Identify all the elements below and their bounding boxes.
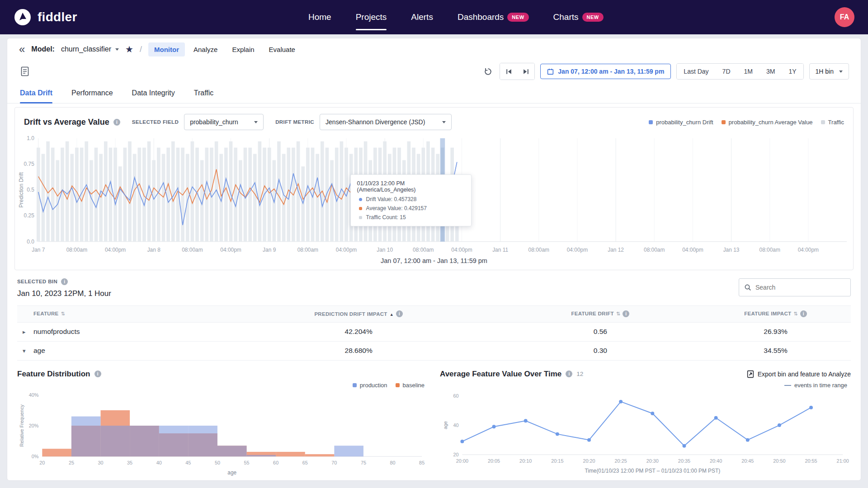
- legend-swatch: [649, 120, 653, 124]
- tab-data-integrity[interactable]: Data Integrity: [132, 83, 175, 103]
- column-header-feature[interactable]: FEATURE: [33, 311, 217, 317]
- preset-last-day[interactable]: Last Day: [677, 64, 715, 79]
- feature-row-age[interactable]: age28.680%0.3034.55%: [17, 342, 851, 361]
- feature-impact-value: 26.93%: [700, 328, 851, 336]
- svg-text:65: 65: [302, 460, 308, 465]
- info-icon[interactable]: [61, 278, 68, 285]
- svg-text:85: 85: [419, 460, 425, 465]
- model-tab-explain[interactable]: Explain: [226, 42, 260, 56]
- svg-text:Jan 12: Jan 12: [608, 247, 624, 253]
- feature-row-numofproducts[interactable]: numofproducts42.204%0.5626.93%: [17, 323, 851, 342]
- bin-size-select[interactable]: 1H bin: [809, 63, 849, 80]
- search-input[interactable]: [755, 284, 845, 291]
- drift-card-header: Drift vs Average Value SELECTED FIELD pr…: [15, 108, 853, 135]
- svg-text:20:55: 20:55: [805, 458, 817, 464]
- report-document-icon[interactable]: [19, 65, 31, 78]
- column-header-prediction-drift-impact[interactable]: PREDICTION DRIFT IMPACT: [217, 310, 500, 317]
- legend-item-probability-churn-average-value[interactable]: probability_churn Average Value: [722, 119, 813, 126]
- preset-1m[interactable]: 1M: [737, 64, 760, 79]
- info-icon[interactable]: [396, 310, 403, 317]
- next-bin-button[interactable]: [517, 63, 534, 80]
- model-tab-analyze[interactable]: Analyze: [188, 42, 223, 56]
- svg-text:0.0: 0.0: [27, 239, 34, 245]
- expand-row-icon[interactable]: [17, 328, 33, 335]
- svg-text:20: 20: [39, 460, 45, 465]
- legend-item-traffic[interactable]: Traffic: [821, 119, 844, 126]
- legend-swatch: [722, 120, 726, 124]
- avg-feature-value-svg[interactable]: 20406020:0020:0520:1020:1520:2020:2520:3…: [440, 389, 851, 477]
- selected-bin-value: Jan 10, 2023 12PM, 1 Hour: [17, 289, 111, 298]
- svg-text:20:50: 20:50: [773, 458, 785, 464]
- svg-text:Jan 10: Jan 10: [377, 247, 393, 253]
- svg-text:Jan 11: Jan 11: [492, 247, 508, 253]
- svg-text:04:00pm: 04:00pm: [798, 247, 819, 253]
- brand-name: fiddler: [38, 10, 77, 24]
- export-label: Export bin and feature to Analyze: [758, 371, 851, 378]
- collapse-sidebar-icon[interactable]: [19, 44, 25, 55]
- bottom-charts: Feature Distribution productionbaseline …: [7, 361, 861, 481]
- feature-name: age: [33, 347, 217, 355]
- events-legend-item[interactable]: events in time range: [784, 382, 847, 389]
- page-content: Model: churn_classifier MonitorAnalyzeEx…: [7, 38, 861, 481]
- info-icon[interactable]: [113, 119, 120, 126]
- nav-item-dashboards[interactable]: DashboardsNEW: [458, 0, 529, 34]
- drift-chart-title: Drift vs Average Value: [24, 117, 109, 127]
- tab-traffic[interactable]: Traffic: [194, 83, 214, 103]
- preset-1y[interactable]: 1Y: [782, 64, 803, 79]
- info-icon[interactable]: [800, 310, 807, 317]
- svg-text:04:00pm: 04:00pm: [105, 247, 126, 253]
- svg-text:20:30: 20:30: [646, 458, 659, 464]
- model-tab-monitor[interactable]: Monitor: [148, 42, 185, 56]
- info-icon[interactable]: [623, 310, 629, 317]
- prediction-drift-impact-value: 42.204%: [217, 328, 500, 336]
- legend-item-probability-churn-drift[interactable]: probability_churn Drift: [649, 119, 713, 126]
- favorite-star-icon[interactable]: [125, 44, 133, 55]
- chevron-down-icon: [115, 48, 119, 51]
- column-header-feature-impact[interactable]: FEATURE IMPACT: [700, 310, 851, 317]
- feature-distribution-legend: productionbaseline: [21, 381, 425, 389]
- nav-item-charts[interactable]: ChartsNEW: [553, 0, 604, 34]
- svg-text:04:00pm: 04:00pm: [682, 247, 703, 253]
- svg-text:21:00: 21:00: [837, 458, 849, 464]
- model-select[interactable]: churn_classifier: [61, 45, 119, 53]
- events-legend-label: events in time range: [794, 382, 847, 389]
- nav-item-projects[interactable]: Projects: [356, 0, 387, 34]
- info-icon[interactable]: [566, 371, 572, 377]
- date-range-picker[interactable]: Jan 07, 12:00 am - Jan 13, 11:59 pm: [540, 64, 671, 79]
- selected-field-select[interactable]: probability_churn: [184, 114, 264, 130]
- feature-distribution-title: Feature Distribution: [17, 370, 90, 379]
- user-avatar[interactable]: FA: [835, 7, 854, 27]
- feature-distribution-svg[interactable]: 0%20%40%2025303540455055606570758085ageR…: [17, 389, 428, 477]
- info-icon[interactable]: [94, 371, 101, 377]
- preset-3m[interactable]: 3M: [760, 64, 782, 79]
- tab-performance[interactable]: Performance: [71, 83, 113, 103]
- model-tab-evaluate[interactable]: Evaluate: [263, 42, 301, 56]
- brand[interactable]: fiddler: [14, 8, 77, 26]
- collapse-row-icon[interactable]: [17, 347, 33, 354]
- svg-text:20:15: 20:15: [551, 458, 563, 464]
- events-count: 12: [576, 371, 583, 377]
- drift-metric-select[interactable]: Jensen-Shannon Divergence (JSD): [320, 114, 452, 130]
- calendar-icon: [547, 68, 554, 75]
- selected-field-value: probability_churn: [190, 118, 238, 126]
- svg-text:Prediction Drift: Prediction Drift: [18, 172, 24, 208]
- previous-bin-button[interactable]: [500, 63, 517, 80]
- export-to-analyze-button[interactable]: Export bin and feature to Analyze: [747, 370, 851, 378]
- drift-metric-value: Jensen-Shannon Divergence (JSD): [326, 118, 425, 126]
- svg-text:45: 45: [185, 460, 191, 465]
- preset-7d[interactable]: 7D: [716, 64, 737, 79]
- legend-item-production[interactable]: production: [353, 382, 387, 389]
- history-icon[interactable]: [482, 66, 494, 78]
- svg-text:0%: 0%: [32, 454, 39, 459]
- svg-text:08:00am: 08:00am: [528, 247, 549, 253]
- legend-item-baseline[interactable]: baseline: [396, 382, 425, 389]
- drift-chart-area[interactable]: 0.00.250.50.751.0Jan 708:00am04:00pmJan …: [15, 135, 853, 255]
- nav-item-label: Dashboards: [458, 12, 504, 22]
- nav-item-home[interactable]: Home: [308, 0, 331, 34]
- nav-item-alerts[interactable]: Alerts: [411, 0, 433, 34]
- column-header-feature-drift[interactable]: FEATURE DRIFT: [500, 310, 701, 317]
- svg-text:0.75: 0.75: [24, 161, 35, 167]
- svg-text:Jan 9: Jan 9: [263, 247, 276, 253]
- tab-data-drift[interactable]: Data Drift: [20, 83, 52, 103]
- model-label: Model:: [31, 45, 55, 53]
